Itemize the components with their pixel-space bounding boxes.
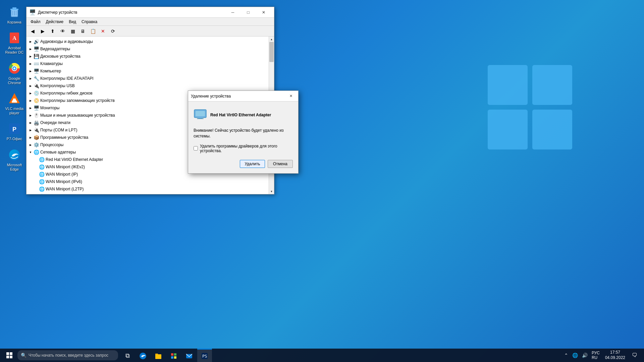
svg-rect-26 xyxy=(197,118,204,119)
tray-language[interactable]: РУСRU xyxy=(590,351,601,360)
svg-rect-18 xyxy=(12,100,16,101)
toolbar-back[interactable]: ◀ xyxy=(28,27,37,36)
tree-item-video[interactable]: ▶ 🖥️ Видеоадаптеры xyxy=(26,45,269,53)
tree-item-disk[interactable]: ▶ 💾 Дисковые устройства xyxy=(26,53,269,60)
cpu-icon: ⚙️ xyxy=(33,142,39,148)
tray-network[interactable]: 🌐 xyxy=(571,353,579,358)
menu-action[interactable]: Действие xyxy=(43,19,66,25)
tree-item-wan-ipv6[interactable]: 🌐 WAN Miniport (IPv6) xyxy=(26,178,269,185)
expand-arrow xyxy=(33,164,39,170)
maximize-button[interactable]: □ xyxy=(240,7,256,18)
ide-icon: 🔧 xyxy=(33,75,39,81)
expand-arrow: ▶ xyxy=(28,98,33,103)
desktop-icon-chrome[interactable]: Google Chrome xyxy=(2,60,27,87)
svg-rect-17 xyxy=(12,101,17,103)
expand-arrow: ▶ xyxy=(28,127,33,133)
toolbar-forward[interactable]: ▶ xyxy=(38,27,47,36)
svg-rect-3 xyxy=(532,110,572,149)
notification-button[interactable]: 🗨 xyxy=(629,349,640,362)
taskbar-mail[interactable] xyxy=(182,349,197,362)
svg-rect-36 xyxy=(171,356,173,359)
audio-icon: 🔊 xyxy=(33,39,39,45)
windows-logo-watermark xyxy=(483,60,577,154)
tree-item-computer[interactable]: ▶ 🖥️ Компьютер xyxy=(26,67,269,75)
tree-item-usb[interactable]: ▶ 🔌 Контроллеры USB xyxy=(26,82,269,89)
start-button[interactable] xyxy=(1,349,17,362)
toolbar-refresh[interactable]: ⟳ xyxy=(108,27,118,36)
taskbar-store[interactable] xyxy=(166,349,181,362)
storage-icon: 📀 xyxy=(33,98,39,104)
delete-button[interactable]: Удалить xyxy=(240,160,265,168)
dialog-buttons: Удалить Отмена xyxy=(194,160,293,168)
expand-arrow xyxy=(33,186,39,192)
device-manager-titlebar: 🖥️ Диспетчер устройств ─ □ ✕ xyxy=(26,7,274,18)
dialog-body: Red Hat VirtIO Ethernet Adapter Внимание… xyxy=(188,102,298,173)
wan-ikev2-label: WAN Miniport (IKEv2) xyxy=(46,165,85,169)
dialog-close-button[interactable]: ✕ xyxy=(286,92,296,101)
toolbar-delete[interactable]: ✕ xyxy=(98,27,108,36)
taskbar-task-view[interactable]: ⧉ xyxy=(120,349,135,362)
toolbar-up[interactable]: ⬆ xyxy=(48,27,57,36)
expand-arrow: ▶ xyxy=(28,120,33,125)
delete-driver-label[interactable]: Удалить программы драйверов для этого ус… xyxy=(200,144,293,153)
edge-icon xyxy=(8,148,21,162)
toolbar-btn5[interactable]: 🖥 xyxy=(78,27,88,36)
expand-arrow: ▶ xyxy=(28,68,33,74)
acrobat-icon: A xyxy=(8,31,21,45)
monitors-label: Мониторы xyxy=(40,106,59,110)
expand-arrow: ▶ xyxy=(28,46,33,52)
toolbar-show-hidden[interactable]: 👁 xyxy=(58,27,67,36)
desktop-icon-p7office[interactable]: Р Р7-Офис xyxy=(2,120,27,143)
keyboard-icon: ⌨️ xyxy=(33,61,39,67)
uninstall-device-dialog: Удаление устройства ✕ Red Hat VirtIO Eth… xyxy=(188,90,299,174)
dialog-message: Внимание! Сейчас устройство будет удален… xyxy=(194,128,293,139)
expand-arrow xyxy=(33,172,39,177)
taskbar-clock[interactable]: 17:57 04.09.2022 xyxy=(602,350,628,360)
desktop-icon-recycle-bin[interactable]: Корзина xyxy=(2,3,27,26)
chrome-icon xyxy=(8,62,21,75)
expand-arrow: ▶ xyxy=(28,61,33,66)
tree-item-keyboard[interactable]: ▶ ⌨️ Клавиатуры xyxy=(26,60,269,67)
tree-item-audio[interactable]: ▶ 🔊 Аудиовходы и аудиовыходы xyxy=(26,38,269,45)
desktop-icon-edge[interactable]: Microsoft Edge xyxy=(2,146,27,174)
tree-item-wan-netmon[interactable]: 🌐 WAN Miniport (Network Monitor) xyxy=(26,193,269,194)
scroll-up[interactable]: ▲ xyxy=(269,37,274,42)
taskbar-items: ⧉ PS xyxy=(120,349,560,362)
toolbar: ◀ ▶ ⬆ 👁 ▦ 🖥 📋 ✕ ⟳ xyxy=(26,26,274,37)
taskbar-edge[interactable] xyxy=(136,349,150,362)
menu-help[interactable]: Справка xyxy=(79,19,100,25)
device-manager-title: Диспетчер устройств xyxy=(38,10,225,15)
toolbar-btn6[interactable]: 📋 xyxy=(88,27,98,36)
tree-item-ide[interactable]: ▶ 🔧 Контроллеры IDE ATA/ATAPI xyxy=(26,75,269,82)
expand-arrow: ▶ xyxy=(28,113,33,118)
desktop-icon-acrobat[interactable]: A Acrobat Reader DC xyxy=(2,29,27,57)
svg-rect-33 xyxy=(155,354,158,355)
taskbar-powershell[interactable]: PS xyxy=(197,349,212,362)
expand-arrow: ▶ xyxy=(28,39,33,44)
disk-label: Дисковые устройства xyxy=(40,54,80,59)
cancel-button[interactable]: Отмена xyxy=(268,160,293,168)
tray-volume[interactable]: 🔊 xyxy=(581,353,589,358)
expand-arrow: ▶ xyxy=(28,90,33,96)
taskbar-search-bar[interactable]: 🔍 Чтобы начать поиск, введите здесь запр… xyxy=(17,350,118,360)
delete-driver-checkbox[interactable] xyxy=(194,146,198,150)
scroll-thumb xyxy=(269,42,274,62)
menu-view[interactable]: Вид xyxy=(66,19,79,25)
p7office-label: Р7-Офис xyxy=(7,137,22,141)
expand-arrow: ▶ xyxy=(28,105,33,111)
menu-file[interactable]: Файл xyxy=(28,19,43,25)
toolbar-btn4[interactable]: ▦ xyxy=(68,27,77,36)
desktop-icon-vlc[interactable]: VLC media player xyxy=(2,90,27,117)
close-button[interactable]: ✕ xyxy=(256,7,271,18)
scroll-down[interactable]: ▼ xyxy=(269,189,274,194)
taskbar-file-explorer[interactable] xyxy=(151,349,166,362)
print-label: Очереди печати xyxy=(40,120,70,125)
wan-ipv6-icon: 🌐 xyxy=(39,179,45,185)
p7office-icon: Р xyxy=(8,122,21,135)
tray-chevron[interactable]: ⌃ xyxy=(563,353,570,358)
tree-item-wan-l2tp[interactable]: 🌐 WAN Miniport (L2TP) xyxy=(26,185,269,193)
minimize-button[interactable]: ─ xyxy=(225,7,240,18)
dialog-device-name: Red Hat VirtIO Ethernet Adapter xyxy=(210,113,271,117)
edge-label: Microsoft Edge xyxy=(3,163,26,172)
svg-rect-24 xyxy=(196,111,205,116)
